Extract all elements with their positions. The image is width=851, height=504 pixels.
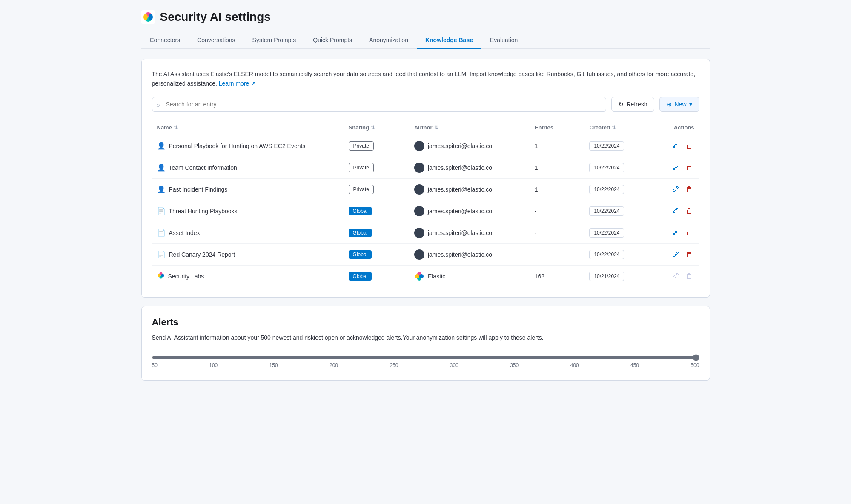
row-5-name: Red Canary 2024 Report: [169, 251, 235, 258]
row-3-entries: -: [530, 200, 585, 222]
nav-tabs: Connectors Conversations System Prompts …: [141, 32, 710, 49]
row-0-name: Personal Playbook for Hunting on AWS EC2…: [169, 143, 306, 149]
edit-icon[interactable]: 🖉: [670, 184, 681, 195]
slider-label-100: 100: [209, 362, 218, 368]
delete-icon[interactable]: 🗑: [684, 140, 694, 152]
row-0-actions: 🖉🗑: [655, 140, 694, 152]
row-1-actions: 🖉🗑: [655, 162, 694, 173]
th-created-sortable[interactable]: Created ⇅: [589, 124, 645, 131]
svg-rect-0: [141, 10, 155, 24]
row-2-name-cell: 👤Past Incident Findings: [157, 185, 338, 193]
elastic-logo-icon: [141, 10, 155, 24]
delete-icon[interactable]: 🗑: [684, 184, 694, 195]
edit-icon[interactable]: 🖉: [670, 206, 681, 217]
delete-icon[interactable]: 🗑: [684, 162, 694, 173]
th-name: Name ⇅: [152, 120, 344, 135]
row-2-author-cell: james.spiteri@elastic.co: [414, 184, 524, 195]
search-icon: ⌕: [156, 100, 160, 108]
sort-icon-author: ⇅: [434, 125, 438, 130]
row-6-name-cell: Security Labs: [157, 272, 338, 281]
row-5-actions: 🖉🗑: [655, 249, 694, 260]
row-3-sharing-badge: Global: [349, 207, 372, 215]
slider-label-150: 150: [269, 362, 278, 368]
edit-icon: 🖉: [670, 271, 681, 282]
row-3-name: Threat Hunting Playbooks: [169, 208, 238, 215]
row-6-name: Security Labs: [168, 273, 204, 280]
row-2-author: james.spiteri@elastic.co: [428, 186, 492, 193]
svg-point-7: [158, 274, 160, 277]
sort-icon-name: ⇅: [174, 125, 178, 130]
th-sharing-sortable[interactable]: Sharing ⇅: [349, 124, 404, 131]
table-row: Security LabsGlobalElastic16310/21/2024🖉…: [152, 265, 699, 287]
row-5-author-cell: james.spiteri@elastic.co: [414, 249, 524, 260]
row-3-created: 10/22/2024: [589, 206, 624, 216]
tab-conversations[interactable]: Conversations: [189, 32, 244, 49]
row-2-created: 10/22/2024: [589, 185, 624, 194]
knowledge-base-card: The AI Assistant uses Elastic's ELSER mo…: [141, 59, 710, 298]
row-0-author-cell: james.spiteri@elastic.co: [414, 141, 524, 151]
row-0-created: 10/22/2024: [589, 141, 624, 151]
delete-icon[interactable]: 🗑: [684, 249, 694, 260]
row-6-author-cell: Elastic: [414, 271, 524, 281]
row-4-actions: 🖉🗑: [655, 227, 694, 238]
row-3-name-icon: 📄: [157, 207, 166, 215]
tab-knowledge-base[interactable]: Knowledge Base: [417, 32, 481, 49]
search-input[interactable]: [152, 97, 607, 112]
page-header: Security AI settings: [141, 10, 710, 24]
row-6-author: Elastic: [428, 273, 445, 280]
row-4-name: Asset Index: [169, 229, 200, 236]
row-4-sharing-badge: Global: [349, 229, 372, 237]
row-0-author: james.spiteri@elastic.co: [428, 143, 492, 149]
row-5-author: james.spiteri@elastic.co: [428, 251, 492, 258]
row-1-entries: 1: [530, 157, 585, 178]
alerts-slider[interactable]: [152, 354, 699, 361]
refresh-icon: ↻: [619, 101, 624, 108]
th-name-sortable[interactable]: Name ⇅: [157, 124, 338, 131]
refresh-button[interactable]: ↻ Refresh: [611, 97, 654, 112]
row-2-actions: 🖉🗑: [655, 184, 694, 195]
edit-icon[interactable]: 🖉: [670, 227, 681, 238]
learn-more-link[interactable]: Learn more ↗: [219, 80, 256, 87]
delete-icon[interactable]: 🗑: [684, 206, 694, 217]
table-body: 👤Personal Playbook for Hunting on AWS EC…: [152, 135, 699, 287]
table-row: 📄Threat Hunting PlaybooksGlobaljames.spi…: [152, 200, 699, 222]
row-3-author-cell: james.spiteri@elastic.co: [414, 206, 524, 216]
row-1-name: Team Contact Information: [169, 164, 237, 171]
tab-evaluation[interactable]: Evaluation: [481, 32, 526, 49]
th-created: Created ⇅: [584, 120, 650, 135]
svg-point-11: [415, 274, 419, 278]
th-sharing: Sharing ⇅: [344, 120, 409, 135]
slider-label-500: 500: [691, 362, 699, 368]
row-1-author: james.spiteri@elastic.co: [428, 164, 492, 171]
slider-label-300: 300: [450, 362, 458, 368]
row-6-entries: 163: [530, 265, 585, 287]
sort-icon-sharing: ⇅: [371, 125, 375, 130]
svg-point-3: [143, 14, 148, 20]
knowledge-base-table: Name ⇅ Sharing ⇅ Author ⇅: [152, 120, 699, 287]
table-row: 👤Personal Playbook for Hunting on AWS EC…: [152, 135, 699, 157]
knowledge-base-description: The AI Assistant uses Elastic's ELSER mo…: [152, 69, 699, 89]
sort-icon-created: ⇅: [612, 125, 616, 130]
tab-anonymization[interactable]: Anonymization: [361, 32, 417, 49]
edit-icon[interactable]: 🖉: [670, 162, 681, 173]
delete-icon[interactable]: 🗑: [684, 227, 694, 238]
row-6-actions: 🖉🗑: [655, 271, 694, 282]
row-4-name-icon: 📄: [157, 229, 166, 237]
row-1-created: 10/22/2024: [589, 163, 624, 172]
row-4-author-cell: james.spiteri@elastic.co: [414, 228, 524, 238]
alerts-title: Alerts: [152, 317, 699, 328]
edit-icon[interactable]: 🖉: [670, 249, 681, 260]
alerts-description: Send AI Assistant information about your…: [152, 333, 699, 342]
row-6-created: 10/21/2024: [589, 272, 624, 281]
th-author-sortable[interactable]: Author ⇅: [414, 124, 524, 131]
tab-connectors[interactable]: Connectors: [141, 32, 189, 49]
new-button[interactable]: ⊕ New ▾: [659, 97, 699, 112]
edit-icon[interactable]: 🖉: [670, 140, 681, 152]
tab-system-prompts[interactable]: System Prompts: [244, 32, 305, 49]
avatar: [414, 271, 424, 281]
row-3-name-cell: 📄Threat Hunting Playbooks: [157, 207, 338, 215]
tab-quick-prompts[interactable]: Quick Prompts: [304, 32, 361, 49]
slider-container: 50 100 150 200 250 300 350 400 450 500: [152, 351, 699, 370]
chevron-down-icon: ▾: [689, 101, 692, 108]
avatar: [414, 184, 424, 195]
